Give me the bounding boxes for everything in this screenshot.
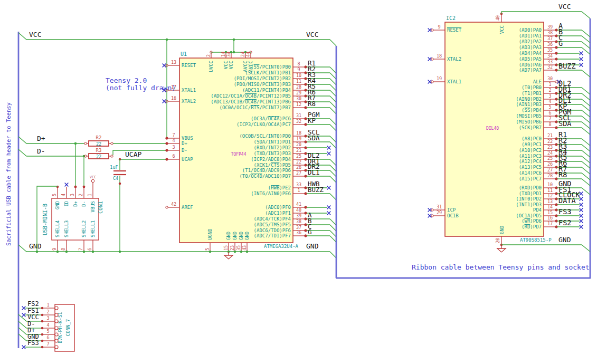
pin-name: (WR)PD6 xyxy=(522,218,542,224)
bus-entry[interactable] xyxy=(18,137,26,143)
junction xyxy=(305,158,307,161)
pin-number: 1 xyxy=(297,188,300,193)
bus-entry[interactable] xyxy=(582,156,590,163)
bus-entry[interactable] xyxy=(582,42,590,49)
bus-entry[interactable] xyxy=(330,119,336,125)
net-label-FS3[interactable]: FS3 xyxy=(558,207,571,216)
net-label-R8[interactable]: R8 xyxy=(308,100,316,108)
bus-entry[interactable] xyxy=(330,96,336,102)
pin-number: 40 xyxy=(495,15,500,21)
net-label-dminus[interactable]: D- xyxy=(37,147,45,155)
net-label-KP[interactable]: KP xyxy=(308,117,316,124)
pin-number: 7 xyxy=(548,116,551,121)
net-label-vcc[interactable]: VCC xyxy=(558,3,571,11)
bus-entry[interactable] xyxy=(582,179,590,186)
bus-entry[interactable] xyxy=(330,194,336,200)
bus-entry[interactable] xyxy=(330,102,336,108)
net-label-VCC[interactable]: VCC xyxy=(27,313,39,321)
pin-number: 33 xyxy=(547,59,553,64)
bus-entry[interactable] xyxy=(18,245,26,252)
net-label-R8[interactable]: R8 xyxy=(558,170,567,179)
bus-entry[interactable] xyxy=(582,145,590,151)
bus-entry[interactable] xyxy=(18,33,26,40)
bus-entry[interactable] xyxy=(582,173,590,180)
bus-entry[interactable] xyxy=(330,170,336,177)
bus-entry[interactable] xyxy=(582,88,590,94)
pin-number: 3 xyxy=(172,145,175,150)
junction xyxy=(233,51,235,54)
bus-entry[interactable] xyxy=(582,150,590,157)
bus-entry[interactable] xyxy=(330,124,336,131)
bus-entry[interactable] xyxy=(582,12,590,18)
bus-entry[interactable] xyxy=(18,149,26,156)
net-label-gnd[interactable]: GND xyxy=(29,242,42,250)
bus-entry[interactable] xyxy=(330,252,336,258)
bus-entry[interactable] xyxy=(18,321,26,328)
net-label-FS3[interactable]: FS3 xyxy=(27,339,39,347)
bus-entry[interactable] xyxy=(582,139,590,146)
bus-entry[interactable] xyxy=(330,90,336,97)
net-label-FS2[interactable]: FS2 xyxy=(558,218,571,227)
bus-entry[interactable] xyxy=(330,40,336,46)
pin-number: 4 xyxy=(172,138,175,143)
bus-entry[interactable] xyxy=(582,188,590,195)
junction xyxy=(555,220,558,223)
net-label-gnd[interactable]: GND xyxy=(558,236,571,244)
bus-entry[interactable] xyxy=(330,176,336,183)
net-label-DATA[interactable]: DATA xyxy=(558,196,576,205)
junction xyxy=(555,41,558,43)
net-label-BUZZ[interactable]: BUZZ xyxy=(558,62,576,70)
net-label-vcc[interactable]: VCC xyxy=(306,31,318,39)
bus-entry[interactable] xyxy=(330,79,336,85)
bus-entry[interactable] xyxy=(582,30,590,37)
bus-entry[interactable] xyxy=(582,116,590,123)
net-label-vcc[interactable]: VCC xyxy=(29,31,41,39)
net-label-DL1[interactable]: DL1 xyxy=(308,168,320,176)
bus-entry[interactable] xyxy=(582,93,590,100)
junction xyxy=(74,186,77,188)
bus-entry[interactable] xyxy=(582,161,590,168)
net-label-G[interactable]: G xyxy=(558,39,563,47)
bus-entry[interactable] xyxy=(18,328,26,334)
bus-entry[interactable] xyxy=(582,36,590,43)
bus-entry[interactable] xyxy=(330,84,336,91)
bus-entry[interactable] xyxy=(330,142,336,148)
bus-entry[interactable] xyxy=(330,136,336,142)
bus-entry[interactable] xyxy=(582,104,590,111)
pin-name: UVCC xyxy=(209,61,214,72)
junction xyxy=(305,152,307,155)
bus-entry[interactable] xyxy=(582,110,590,117)
bus-entry[interactable] xyxy=(330,108,336,114)
pin-end xyxy=(431,29,433,31)
net-label-SDA[interactable]: SDA xyxy=(558,119,571,128)
bus-entry[interactable] xyxy=(330,236,336,242)
bus-entry[interactable] xyxy=(582,128,590,135)
bus-entry[interactable] xyxy=(330,165,336,171)
bus-entry[interactable] xyxy=(582,167,590,174)
net-label-SDA[interactable]: SDA xyxy=(308,134,320,142)
net-label-BUZZ[interactable]: BUZZ xyxy=(308,186,324,194)
bus-entry[interactable] xyxy=(18,334,26,341)
bus-entry[interactable] xyxy=(582,122,590,129)
net-label-FS2[interactable]: FS2 xyxy=(27,300,39,308)
vcc-wire[interactable] xyxy=(501,12,582,14)
net-label-ucap[interactable]: UCAP xyxy=(125,150,141,158)
net-label-dplus[interactable]: D+ xyxy=(37,135,45,142)
pin-number: 2 xyxy=(46,309,49,314)
bus-entry[interactable] xyxy=(330,231,336,237)
bus-entry[interactable] xyxy=(582,99,590,106)
junction xyxy=(555,209,558,212)
bus-entry[interactable] xyxy=(330,73,336,79)
junction xyxy=(166,158,168,161)
bus-entry[interactable] xyxy=(582,245,590,252)
bus-entry[interactable] xyxy=(330,225,336,231)
bus-entry[interactable] xyxy=(330,67,336,73)
bus-entry[interactable] xyxy=(330,219,336,225)
conn7-ref: CONN_7 xyxy=(65,319,71,337)
bus-entry[interactable] xyxy=(582,70,590,77)
bus-entry[interactable] xyxy=(18,314,26,321)
net-label-gnd[interactable]: GND xyxy=(306,242,319,250)
net-label-G[interactable]: G xyxy=(308,228,312,236)
bus-entry[interactable] xyxy=(330,159,336,166)
bus-entry[interactable] xyxy=(582,47,590,54)
